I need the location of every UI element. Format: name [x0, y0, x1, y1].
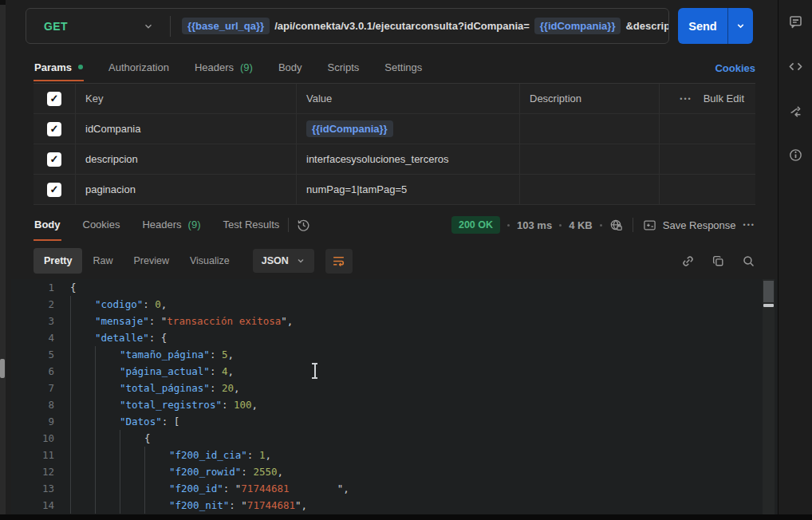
- tab-body[interactable]: Body: [278, 54, 303, 81]
- indent-guide: [120, 463, 144, 480]
- scrollbar-thumb[interactable]: [763, 281, 774, 302]
- send-options-caret[interactable]: [728, 8, 753, 44]
- tab-headers[interactable]: Headers (9): [194, 54, 254, 81]
- response-time: 103 ms: [517, 219, 552, 231]
- response-tab-body-label: Body: [34, 219, 61, 230]
- response-more-icon[interactable]: •••: [743, 221, 755, 229]
- line-number: 3: [11, 313, 66, 329]
- tab-settings[interactable]: Settings: [384, 54, 423, 81]
- code-line: 1{: [11, 279, 783, 296]
- line-number: 7: [11, 380, 66, 396]
- status-badge: 200 OK: [451, 216, 500, 234]
- param-key-cell[interactable]: descripcion: [76, 144, 297, 175]
- param-key-cell[interactable]: idCompania: [76, 114, 297, 144]
- tab-settings-label: Settings: [384, 61, 422, 73]
- method-label: GET: [44, 20, 68, 33]
- changes-sync-icon[interactable]: [778, 102, 812, 120]
- request-tab-bar: Params Authorization Headers (9) Body Sc…: [34, 54, 755, 81]
- select-all-cell: ✓: [34, 84, 76, 114]
- response-tab-cookies[interactable]: Cookies: [82, 209, 121, 241]
- line-number: 1: [11, 279, 66, 296]
- line-number: 10: [11, 430, 66, 447]
- indent-guide: [120, 447, 144, 463]
- dot-separator: [600, 224, 602, 227]
- scrollbar[interactable]: [763, 279, 775, 514]
- param-description-cell[interactable]: [520, 114, 660, 144]
- send-button-label[interactable]: Send: [678, 8, 728, 44]
- response-tab-headers[interactable]: Headers (9): [141, 209, 201, 241]
- url-variable-idcompania[interactable]: {{idCompania}}: [534, 18, 621, 34]
- code-snippet-icon[interactable]: [778, 57, 812, 75]
- param-value-variable[interactable]: {{idCompania}}: [306, 120, 393, 137]
- url-input[interactable]: {{base_url_qa}} /api/connekta/v3.0.1/eje…: [171, 18, 668, 34]
- indent-guide: [144, 447, 169, 463]
- send-button[interactable]: Send: [678, 8, 753, 44]
- line-number: 5: [11, 346, 66, 363]
- param-value-cell[interactable]: {{idCompania}}: [297, 114, 520, 144]
- column-options-icon[interactable]: •••: [680, 95, 692, 103]
- url-tail: &descripcion: [625, 20, 668, 32]
- code-line: 12"f200_rowid": 2550,: [11, 463, 783, 480]
- text-cursor: [311, 363, 318, 379]
- indent-guide: [70, 463, 95, 480]
- line-number: 11: [11, 447, 66, 463]
- tab-body-label: Body: [278, 61, 302, 73]
- code-line: 9"Datos": [: [11, 413, 783, 430]
- view-visualize[interactable]: Visualize: [179, 248, 240, 274]
- view-raw[interactable]: Raw: [82, 248, 123, 274]
- history-icon[interactable]: [297, 209, 310, 241]
- row-checkbox[interactable]: ✓: [47, 183, 61, 197]
- response-tab-test-results[interactable]: Test Results: [223, 209, 281, 241]
- row-checkbox[interactable]: ✓: [47, 122, 61, 136]
- indent-guide: [95, 463, 120, 480]
- save-response-button[interactable]: Save Response: [643, 219, 736, 232]
- scrollbar-indicator: [763, 304, 774, 307]
- param-actions-cell: [660, 175, 755, 205]
- indent-guide: [70, 430, 95, 447]
- response-tab-body[interactable]: Body: [34, 209, 61, 241]
- code-lines: 1{2"codigo": 0,3"mensaje": "transacción …: [11, 279, 783, 514]
- response-body-editor[interactable]: 1{2"codigo": 0,3"mensaje": "transacción …: [11, 279, 783, 514]
- view-preview[interactable]: Preview: [123, 248, 179, 274]
- indent-guide: [95, 396, 120, 413]
- tab-headers-label: Headers: [195, 61, 234, 73]
- save-response-icon: [643, 219, 656, 232]
- row-checkbox[interactable]: ✓: [47, 152, 61, 167]
- window-bottom-edge: [0, 514, 812, 520]
- code-line: 8"total_registros": 100,: [11, 396, 783, 413]
- info-icon[interactable]: [778, 146, 812, 163]
- tab-scripts[interactable]: Scripts: [327, 54, 361, 81]
- param-value-cell[interactable]: numPag=1|tamPag=5: [297, 175, 520, 205]
- method-select[interactable]: GET: [26, 9, 170, 43]
- param-description-cell[interactable]: [520, 144, 660, 175]
- url-variable-base[interactable]: {{base_url_qa}}: [182, 18, 270, 34]
- param-key-cell[interactable]: paginacion: [76, 175, 297, 205]
- wrap-lines-button[interactable]: [325, 249, 353, 274]
- param-value-cell[interactable]: interfacesysoluciones_terceros: [297, 144, 520, 175]
- format-select[interactable]: JSON: [253, 249, 314, 273]
- response-tab-headers-label: Headers: [142, 219, 181, 230]
- tab-authorization[interactable]: Authorization: [108, 54, 170, 81]
- code-line: 7"total_páginas": 20,: [11, 380, 783, 396]
- bulk-edit-button[interactable]: Bulk Edit: [704, 93, 744, 104]
- response-size: 4 KB: [569, 219, 593, 231]
- tab-params-label: Params: [34, 61, 72, 73]
- tab-params[interactable]: Params: [34, 54, 84, 81]
- search-icon[interactable]: [742, 254, 755, 268]
- response-header: Body Cookies Headers (9) Test Results 20…: [34, 209, 755, 241]
- chevron-down-icon: [143, 21, 154, 32]
- dot-separator: [507, 224, 510, 227]
- comments-icon[interactable]: [778, 13, 812, 30]
- view-pretty[interactable]: Pretty: [34, 248, 82, 274]
- tab-scripts-label: Scripts: [328, 61, 360, 73]
- format-label: JSON: [262, 255, 289, 266]
- response-tab-headers-count: (9): [188, 219, 201, 230]
- chevron-down-icon: [296, 256, 305, 266]
- copy-icon[interactable]: [711, 254, 725, 268]
- select-all-checkbox[interactable]: ✓: [47, 92, 61, 106]
- param-description-cell[interactable]: [520, 175, 660, 205]
- left-scroll-notch[interactable]: [0, 359, 5, 378]
- network-globe-lock-icon[interactable]: [609, 219, 623, 232]
- cookies-link[interactable]: Cookies: [715, 54, 755, 81]
- link-icon[interactable]: [681, 254, 695, 268]
